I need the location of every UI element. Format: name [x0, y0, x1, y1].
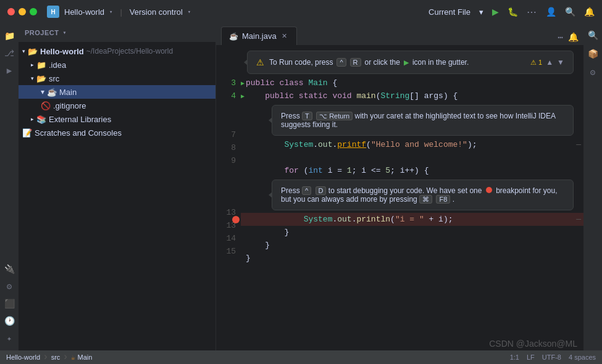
file-tree: ▾ 📂 Hello-world ~/IdeaProjects/Hello-wor… [19, 42, 215, 350]
hint-nav-up-icon[interactable]: ▲ [546, 58, 553, 67]
breakpoint-indicator-icon [232, 216, 240, 223]
tree-item-path: ~/IdeaProjects/Hello-world [86, 47, 173, 56]
token-for: for [284, 166, 298, 175]
tree-item-scratches[interactable]: 📝 Scratches and Consoles [19, 126, 215, 139]
titlebar-right: Current File ▾ ▶ 🐛 ⋯ 👤 🔍 🔔 [429, 6, 595, 18]
tree-git-icon: 🚫 [41, 101, 51, 110]
close-button[interactable] [7, 8, 15, 15]
hint-kbd-cmd: ⌘ [419, 195, 432, 204]
current-file-label[interactable]: Current File [429, 7, 470, 17]
activity-settings-icon[interactable]: ⚙ [2, 279, 17, 294]
token-dot13b: . [352, 215, 357, 224]
right-icon-2[interactable]: 📦 [586, 47, 600, 60]
tree-item-hello-world[interactable]: ▾ 📂 Hello-world ~/IdeaProjects/Hello-wor… [19, 44, 215, 58]
tab-file-icon: ☕ [229, 32, 238, 41]
project-name[interactable]: Hello-world [64, 7, 104, 17]
tree-item-idea[interactable]: ▸ 📁 .idea [19, 58, 215, 72]
debug-icon[interactable]: 🐛 [508, 7, 518, 17]
activity-run-icon[interactable]: ▶ [2, 63, 17, 78]
tree-file-icon: ☕ [47, 88, 57, 97]
token-indent7 [246, 140, 284, 149]
tree-lib-icon: 📚 [36, 115, 46, 124]
hint-fix-text1: Press [281, 112, 302, 120]
line-num-8: 8 [221, 141, 236, 154]
activity-vcs-icon[interactable]: ⎇ [2, 46, 17, 60]
minimize-button[interactable] [19, 8, 26, 15]
sidebar-header: Project ▾ [19, 23, 215, 42]
code-line-13: System.out.println("i = " + i); — [241, 213, 583, 226]
tab-close-icon[interactable]: ✕ [280, 32, 289, 41]
editor-options-icon[interactable]: ⋯ [558, 32, 563, 43]
activity-star-icon[interactable]: ✦ [2, 331, 17, 345]
tree-item-label: .idea [49, 60, 66, 70]
status-indent[interactable]: 4 spaces [569, 354, 596, 361]
hint-run-text2: or click the [365, 58, 400, 67]
activity-project-icon[interactable]: 📁 [2, 28, 17, 43]
code-lines[interactable]: public class Main { public static void m… [241, 77, 583, 265]
sidebar-chevron-icon[interactable]: ▾ [62, 29, 66, 36]
token-dot13: . [332, 215, 337, 224]
line-numbers: 3 ▶ 4 ▶ 7 8 9 13 13 14 15 [216, 77, 241, 265]
activity-plugins-icon[interactable]: 🔌 [2, 262, 17, 276]
tree-item-gitignore[interactable]: 🚫 .gitignore [19, 99, 215, 112]
share-icon[interactable]: 👤 [546, 7, 556, 17]
token-system: System [284, 140, 313, 149]
breadcrumb-hello-world[interactable]: Hello-world [6, 354, 40, 361]
status-line-col[interactable]: 1:1 [510, 354, 519, 361]
tree-item-src[interactable]: ▾ 📂 src [19, 72, 215, 85]
hint-nav-down-icon[interactable]: ▼ [557, 58, 564, 67]
tree-item-external-libraries[interactable]: ▸ 📚 External Libraries [19, 112, 215, 126]
hint-kbd-t: T [302, 112, 312, 120]
token-println: println [356, 215, 390, 224]
notifications-icon[interactable]: 🔔 [584, 7, 595, 17]
hint-fix: Press T ⌥ Return with your caret at the … [241, 105, 583, 136]
project-chevron-icon[interactable]: ▾ [109, 9, 112, 15]
breakpoint-dot-icon [486, 187, 492, 193]
code-line-13b: } [241, 226, 583, 239]
code-editor[interactable]: 3 ▶ 4 ▶ 7 8 9 13 13 14 15 [216, 77, 583, 265]
token-brace: { [328, 78, 338, 88]
activity-bar: 📁 ⎇ ▶ 🔌 ⚙ ⬛ 🕐 ✦ [0, 23, 19, 350]
version-control-label[interactable]: Version control [130, 7, 183, 17]
tree-expand-icon: ▸ [31, 62, 34, 68]
version-control-chevron-icon[interactable]: ▾ [188, 9, 191, 15]
token-forinc: ; i++) { [390, 166, 429, 175]
activity-clock-icon[interactable]: 🕐 [2, 313, 17, 328]
status-right: 1:1 LF UTF-8 4 spaces [510, 354, 596, 361]
right-icon-3[interactable]: ⚙ [586, 65, 600, 79]
hint-run-text1: To Run code, press [269, 58, 333, 67]
maximize-button[interactable] [30, 8, 37, 15]
current-file-chevron-icon[interactable]: ▾ [479, 7, 483, 17]
notifications-bell-icon[interactable]: 🔔 [568, 32, 579, 43]
editor-content[interactable]: ⚠ To Run code, press ^ R or click the ▶ … [216, 46, 583, 350]
code-line-7: System.out.printf("Hello and welcome!");… [241, 138, 583, 151]
line-num-3: 3 ▶ [221, 77, 236, 89]
sidebar: Project ▾ ▾ 📂 Hello-world ~/IdeaProjects… [19, 23, 216, 350]
search-icon[interactable]: 🔍 [565, 7, 575, 17]
tree-item-main[interactable]: ▾ ☕ Main [19, 85, 215, 99]
code-line-4: public static void main(String[] args) { [241, 89, 583, 102]
token-system13: System [304, 215, 333, 224]
status-encoding[interactable]: UTF-8 [542, 354, 561, 361]
token-p13: ( [390, 215, 395, 224]
activity-terminal-icon[interactable]: ⬛ [2, 296, 17, 311]
tree-item-label: Hello-world [40, 47, 84, 56]
breadcrumb-main[interactable]: Main [78, 354, 93, 361]
tab-main-java[interactable]: ☕ Main.java ✕ [221, 27, 297, 45]
token-num2: 5 [385, 166, 390, 175]
token-close2: } [246, 241, 270, 250]
token-indent [246, 91, 265, 101]
warning-badge: ⚠ 1 [530, 59, 542, 67]
hint-run: ⚠ To Run code, press ^ R or click the ▶ … [247, 51, 574, 74]
line-num-7: 7 [221, 128, 236, 141]
line-num-empty2 [221, 167, 236, 206]
status-lf[interactable]: LF [527, 354, 535, 361]
token-close1: } [246, 228, 289, 237]
tree-expand-icon: ▾ [22, 48, 25, 54]
run-icon[interactable]: ▶ [492, 7, 499, 17]
right-icon-1[interactable]: 🔍 [586, 28, 600, 42]
hint-debug-text2: to start debugging your code. We have se… [328, 186, 484, 195]
more-options-icon[interactable]: ⋯ [527, 6, 537, 18]
breadcrumb-src[interactable]: src [51, 354, 61, 361]
hint-fix-box: Press T ⌥ Return with your caret at the … [272, 105, 574, 136]
